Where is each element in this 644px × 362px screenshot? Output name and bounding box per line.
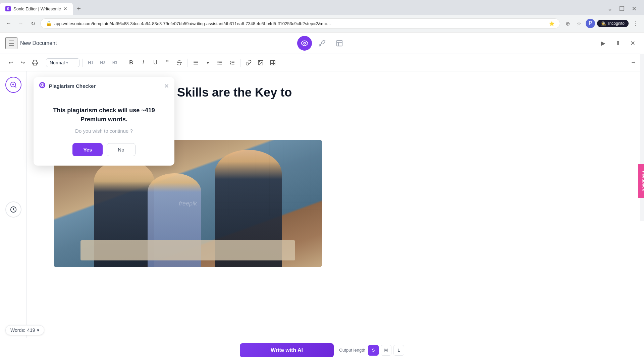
plagiarism-modal: Plagiarism Checker ✕ This plagiarism che…	[34, 77, 174, 166]
new-tab-btn[interactable]: +	[74, 4, 84, 13]
bookmark-btn[interactable]: ☆	[574, 19, 584, 28]
url-text: app.writesonic.com/template/4af66c88-34c…	[54, 21, 545, 26]
link-icon	[246, 60, 252, 66]
left-sidebar	[0, 71, 27, 362]
active-tab[interactable]: S Sonic Editor | Writesonic ✕	[0, 3, 73, 15]
words-label: Words:	[10, 327, 25, 333]
length-m-btn[interactable]: M	[381, 345, 391, 356]
image-watermark: freepik	[179, 200, 197, 207]
modal-main-text: This plagiarism check will use ~419 Prem…	[42, 106, 166, 124]
write-ai-bar: Write with AI Output length S M L	[0, 338, 644, 362]
modal-yes-btn[interactable]: Yes	[72, 143, 103, 156]
svg-rect-18	[270, 60, 275, 65]
modal-plagiarism-icon	[39, 82, 46, 90]
nav-bar: ← → ↻ 🔒 app.writesonic.com/template/4af6…	[0, 15, 644, 32]
format-value: Normal	[50, 60, 65, 65]
minimize-tabs-btn[interactable]: ⌄	[605, 5, 614, 12]
forward-btn[interactable]: →	[16, 19, 25, 28]
collapse-toolbar-btn[interactable]: ⊣	[628, 57, 639, 68]
incognito-icon: 🕵	[601, 21, 606, 26]
incognito-btn[interactable]: 🕵 Incognito	[597, 20, 629, 27]
share-btn[interactable]: ⬆	[612, 37, 624, 49]
bullet-list-btn[interactable]	[215, 57, 225, 68]
underline-btn[interactable]: U	[150, 57, 161, 68]
close-window-btn[interactable]: ✕	[629, 5, 639, 12]
svg-point-0	[304, 42, 306, 44]
modal-title: Plagiarism Checker	[49, 83, 161, 89]
feedback-tab[interactable]: Feedback	[638, 164, 644, 198]
plagiarism-btn[interactable]	[5, 77, 21, 93]
modal-no-btn[interactable]: No	[107, 143, 135, 156]
print-btn[interactable]	[30, 57, 40, 68]
modal-close-btn[interactable]: ✕	[164, 82, 169, 90]
analytics-btn[interactable]	[332, 36, 347, 51]
back-btn[interactable]: ←	[4, 19, 13, 28]
words-count-area: Words: 419 ▾	[5, 325, 44, 335]
restore-window-btn[interactable]: ❐	[617, 5, 627, 12]
plagiarism-check-icon	[10, 81, 17, 88]
rocket-icon	[318, 40, 326, 47]
document-title[interactable]: New Document	[20, 40, 57, 46]
blockquote-btn[interactable]: "	[162, 57, 173, 68]
format-select[interactable]: Normal ▾	[46, 58, 79, 67]
chart-icon	[336, 40, 343, 47]
redo-btn[interactable]: ↪	[17, 57, 28, 68]
output-length-section: Output length S M L	[339, 345, 404, 356]
toolbar-divider-4	[187, 59, 188, 67]
image-btn[interactable]	[255, 57, 266, 68]
modal-header: Plagiarism Checker ✕	[34, 77, 174, 95]
boost-btn[interactable]	[315, 36, 329, 51]
close-editor-btn[interactable]: ✕	[627, 37, 639, 49]
align-dropdown-btn[interactable]: ▾	[203, 57, 213, 68]
length-l-btn[interactable]: L	[393, 345, 404, 356]
link-btn[interactable]	[243, 57, 254, 68]
table-icon	[270, 60, 276, 66]
modal-body: This plagiarism check will use ~419 Prem…	[34, 95, 174, 166]
toolbar-divider-3	[123, 59, 123, 67]
nav-icons: ⊕ ☆ P 🕵 Incognito ⋮	[563, 19, 640, 28]
length-options: S M L	[368, 345, 404, 356]
tab-bar: S Sonic Editor | Writesonic ✕ + ⌄ ❐ ✕	[0, 0, 644, 15]
reload-btn[interactable]: ↻	[28, 19, 38, 28]
bold-btn[interactable]: B	[126, 57, 137, 68]
play-btn[interactable]: ▶	[597, 37, 609, 49]
svg-point-11	[218, 62, 218, 63]
hamburger-btn[interactable]: ☰	[5, 37, 17, 49]
profile-btn[interactable]: P	[586, 19, 595, 28]
h1-btn[interactable]: H1	[85, 57, 96, 68]
h2-btn[interactable]: H2	[97, 57, 108, 68]
length-s-btn[interactable]: S	[368, 345, 379, 356]
words-badge[interactable]: Words: 419 ▾	[5, 325, 44, 335]
tab-close-btn[interactable]: ✕	[63, 6, 67, 11]
toolbar-divider-1	[43, 59, 43, 67]
menu-btn[interactable]: ⋮	[631, 19, 640, 28]
grammar-icon	[10, 206, 17, 213]
italic-btn[interactable]: I	[138, 57, 149, 68]
extensions-btn[interactable]: ⊕	[563, 19, 572, 28]
ordered-list-btn[interactable]	[227, 57, 237, 68]
address-bar[interactable]: 🔒 app.writesonic.com/template/4af66c88-3…	[40, 18, 560, 28]
eye-icon	[301, 40, 308, 47]
bullet-list-icon	[217, 60, 223, 66]
write-with-ai-btn[interactable]: Write with AI	[240, 343, 334, 357]
words-dropdown-arrow[interactable]: ▾	[37, 327, 39, 333]
feedback-label: Feedback	[642, 171, 644, 191]
incognito-label: Incognito	[608, 21, 625, 26]
print-icon	[32, 60, 38, 66]
modal-actions: Yes No	[42, 143, 166, 156]
align-btn[interactable]	[191, 57, 201, 68]
strikethrough-icon	[176, 60, 182, 66]
preview-btn[interactable]	[297, 36, 312, 51]
browser-chrome: S Sonic Editor | Writesonic ✕ + ⌄ ❐ ✕ ← …	[0, 0, 644, 33]
table-btn[interactable]	[267, 57, 278, 68]
h3-btn[interactable]: H3	[109, 57, 120, 68]
strikethrough-btn[interactable]	[174, 57, 185, 68]
svg-rect-1	[337, 40, 342, 46]
grammarly-btn[interactable]	[5, 201, 21, 218]
words-value: 419	[27, 327, 35, 333]
undo-btn[interactable]: ↩	[5, 57, 16, 68]
header-right: ▶ ⬆ ✕	[597, 37, 639, 49]
ordered-list-icon	[229, 60, 235, 66]
svg-point-12	[218, 64, 218, 64]
svg-rect-2	[34, 63, 37, 65]
